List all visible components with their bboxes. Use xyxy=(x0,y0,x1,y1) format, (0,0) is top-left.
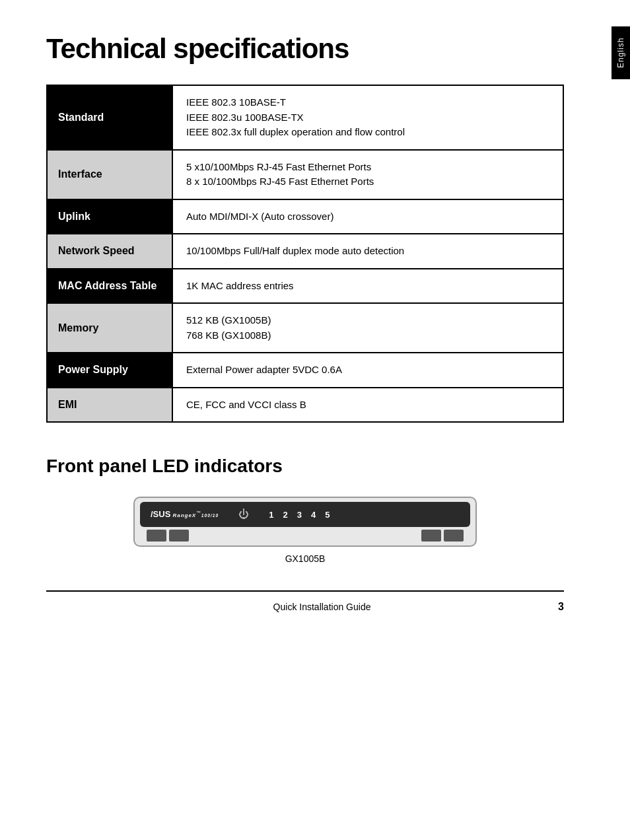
spec-row: EMICE, FCC and VCCI class B xyxy=(47,388,563,423)
spec-label: Network Speed xyxy=(47,234,172,269)
spec-row: Power SupplyExternal Power adapter 5VDC … xyxy=(47,353,563,388)
spec-value: 5 x10/100Mbps RJ-45 Fast Ethernet Ports8… xyxy=(172,150,563,199)
panel-model-label: GX1005B xyxy=(46,553,564,564)
section2-title: Front panel LED indicators xyxy=(46,456,564,477)
footer: Quick Installation Guide 3 xyxy=(46,590,564,613)
footer-page-number: 3 xyxy=(558,601,564,613)
spec-label: EMI xyxy=(47,388,172,423)
led-indicators: 1 2 3 4 5 xyxy=(269,510,330,520)
spec-row: StandardIEEE 802.3 10BASE-TIEEE 802.3u 1… xyxy=(47,85,563,150)
port-group-right xyxy=(421,530,464,542)
spec-row: Network Speed10/100Mbps Full/Half duplex… xyxy=(47,234,563,269)
port-group-left xyxy=(147,530,189,542)
footer-guide-title: Quick Installation Guide xyxy=(86,602,558,612)
spec-value: Auto MDI/MDI-X (Auto crossover) xyxy=(172,199,563,234)
spec-label: MAC Address Table xyxy=(47,269,172,304)
spec-value: 512 KB (GX1005B)768 KB (GX1008B) xyxy=(172,303,563,353)
spec-label: Power Supply xyxy=(47,353,172,388)
spec-value: IEEE 802.3 10BASE-TIEEE 802.3u 100BASE-T… xyxy=(172,85,563,150)
spec-label: Memory xyxy=(47,303,172,353)
spec-row: UplinkAuto MDI/MDI-X (Auto crossover) xyxy=(47,199,563,234)
specs-table: StandardIEEE 802.3 10BASE-TIEEE 802.3u 1… xyxy=(46,85,564,423)
spec-value: External Power adapter 5VDC 0.6A xyxy=(172,353,563,388)
spec-value: 1K MAC address entries xyxy=(172,269,563,304)
spec-value: 10/100Mbps Full/Half duplex mode auto de… xyxy=(172,234,563,269)
spec-label: Interface xyxy=(47,150,172,199)
language-tab: English xyxy=(612,26,630,79)
spec-value: CE, FCC and VCCI class B xyxy=(172,388,563,423)
panel-logo: /SUS RangeX™100/10 xyxy=(151,510,219,519)
spec-row: MAC Address Table1K MAC address entries xyxy=(47,269,563,304)
spec-row: Interface5 x10/100Mbps RJ-45 Fast Ethern… xyxy=(47,150,563,199)
page-title: Technical specifications xyxy=(46,33,564,65)
spec-label: Uplink xyxy=(47,199,172,234)
spec-label: Standard xyxy=(47,85,172,150)
spec-row: Memory512 KB (GX1005B)768 KB (GX1008B) xyxy=(47,303,563,353)
power-icon: ⏻ xyxy=(238,508,249,520)
panel-image: /SUS RangeX™100/10 ⏻ 1 2 3 4 5 xyxy=(133,497,477,547)
